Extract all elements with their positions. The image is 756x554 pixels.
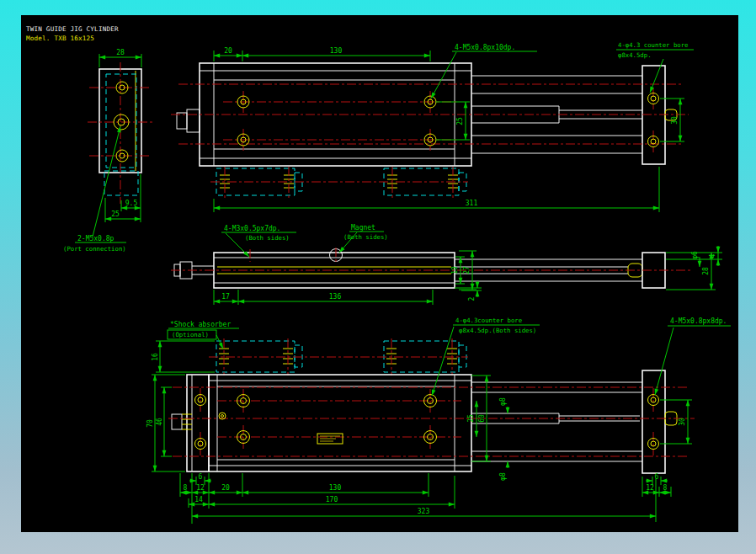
dim-plan-8-left: 8	[184, 484, 188, 492]
dim-plan-16: 16	[152, 353, 159, 361]
dim-plan-12-left: 12	[196, 484, 205, 492]
dim-front-17: 17	[221, 293, 230, 301]
dim-front-2: 2	[468, 296, 476, 301]
note-port-connection: (Port connection)	[63, 245, 126, 253]
dim-top-30: 30	[671, 116, 679, 125]
note-plan-cbore-2: φ8x4.5dp.(Both sides)	[459, 327, 536, 334]
dim-front-28: 28	[702, 267, 710, 275]
note-front-thread: 4-M3x0.5px7dp.	[224, 225, 280, 232]
dim-port-offset: 9.5	[125, 200, 138, 207]
dim-plan-170: 170	[326, 496, 338, 503]
dim-front-136: 136	[329, 293, 342, 301]
dim-plan-12-right: 12	[646, 484, 654, 492]
dim-plan-30: 30	[679, 418, 686, 426]
dim-plan-8-right: 8	[663, 484, 668, 492]
note-shock-optional: (Optional)	[172, 331, 209, 338]
dim-plan-25: 25	[467, 414, 475, 423]
dim-top-20: 20	[224, 47, 232, 55]
drawing-title: TWIN GUIDE JIG CYLINDER	[26, 25, 119, 33]
note-top-thread: 4-M5x0.8px10dp.	[455, 44, 515, 51]
dim-front-4: 4	[709, 253, 716, 258]
dim-top-25: 25	[456, 117, 464, 125]
dim-plan-20: 20	[221, 484, 230, 492]
dim-side-depth: 25	[111, 210, 120, 218]
note-shock-absorber: *Shock absorber	[170, 321, 231, 328]
dim-plan-46: 46	[156, 418, 163, 426]
model-number: Model. TXB 16x125	[26, 35, 94, 42]
dim-front-phi6: φ6	[691, 251, 699, 259]
cad-drawing-window: TWIN GUIDE JIG CYLINDER Model. TXB 16x12…	[0, 0, 756, 554]
dim-plan-phi8-bottom: φ8	[499, 472, 507, 481]
dim-plan-14: 14	[194, 496, 203, 503]
dim-plan-6-left: 6	[199, 473, 203, 481]
dim-plan-60: 60	[478, 414, 486, 423]
dim-top-311: 311	[466, 200, 478, 207]
dim-plan-70: 70	[146, 419, 154, 428]
dim-top-130: 130	[330, 47, 343, 55]
note-top-cbore-1: 4-φ4.3 counter bore	[618, 41, 688, 49]
dim-front-19: 19	[451, 266, 459, 274]
dim-plan-phi8-top: φ8	[499, 397, 507, 406]
note-front-thread-sides: (Both sides)	[245, 234, 290, 242]
dim-plan-6-right: 6	[655, 473, 659, 481]
note-plan-thread: 4-M5x0.8px8dp.	[670, 317, 727, 325]
note-plan-cbore-1: 4-φ4.3counter bore	[455, 317, 522, 324]
note-magnet: Magnet	[351, 224, 375, 232]
dim-front-27: 27	[463, 266, 471, 274]
dim-plan-130: 130	[329, 484, 342, 492]
dim-side-width: 28	[116, 49, 125, 56]
dim-plan-323: 323	[418, 508, 430, 515]
note-top-cbore-2: φ8x4.5dp.	[618, 51, 652, 59]
note-port-thread: 2-M5x0.8p	[77, 235, 114, 242]
